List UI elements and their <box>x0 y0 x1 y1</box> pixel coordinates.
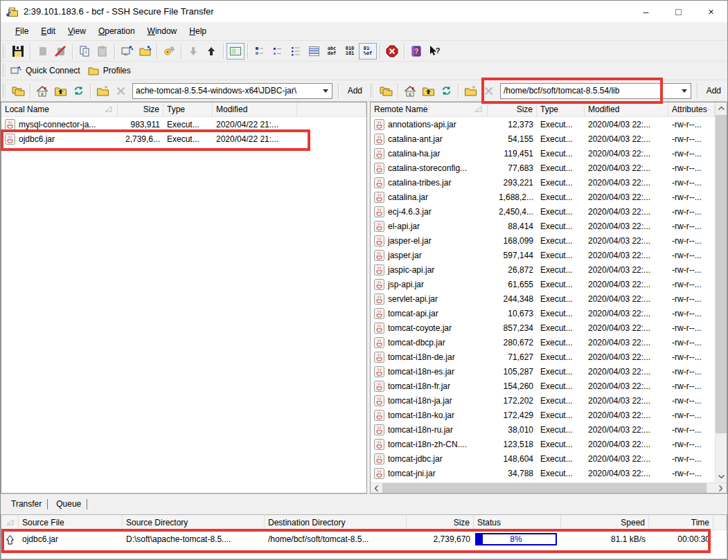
transfer-column-time[interactable]: Time <box>649 515 713 530</box>
remote-horizontal-scrollbar[interactable] <box>371 482 727 493</box>
remote-column-name[interactable]: Remote Name <box>371 102 488 116</box>
upload-button[interactable] <box>202 43 220 60</box>
local-file-row[interactable]: mysql-connector-ja... 983,911 Execut... … <box>1 117 366 132</box>
remote-file-row[interactable]: tomcat-i18n-fr.jar 154,260 Execut... 202… <box>371 379 715 393</box>
maximize-button[interactable]: □ <box>662 1 695 22</box>
disconnect-button[interactable] <box>51 43 69 60</box>
remote-column-modified[interactable]: Modified <box>585 102 668 116</box>
remote-path-input[interactable] <box>501 86 678 96</box>
local-new-folder-button[interactable] <box>94 82 112 99</box>
local-column-name[interactable]: Local Name <box>1 102 118 116</box>
paste-button[interactable] <box>94 43 112 60</box>
remote-file-row[interactable]: tomcat-i18n-zh-CN.... 123,518 Execut... … <box>371 437 715 451</box>
download-button[interactable] <box>184 43 202 60</box>
tab-transfer[interactable]: Transfer <box>6 496 47 512</box>
scrollbar-thumb[interactable] <box>716 115 727 433</box>
remote-column-type[interactable]: Type <box>537 102 585 116</box>
remote-file-row[interactable]: catalina-ha.jar 119,451 Execut... 2020/0… <box>371 146 715 161</box>
remote-home-button[interactable] <box>401 82 419 99</box>
minimize-button[interactable]: – <box>630 1 662 22</box>
local-path-dropdown-button[interactable] <box>319 84 332 98</box>
remote-file-row[interactable]: tomcat-dbcp.jar 280,672 Execut... 2020/0… <box>371 335 715 350</box>
local-up-directory-button[interactable] <box>51 82 69 99</box>
connect-button[interactable] <box>33 43 51 60</box>
connect-bar-gripper[interactable] <box>3 64 6 78</box>
remote-file-row[interactable]: jsp-api.jar 61,655 Execut... 2020/04/03 … <box>371 277 715 291</box>
remote-file-row[interactable]: tomcat-i18n-ru.jar 38,010 Execut... 2020… <box>371 422 715 437</box>
remote-file-row[interactable]: catalina-tribes.jar 293,221 Execut... 20… <box>371 175 715 190</box>
local-home-button[interactable] <box>33 82 51 99</box>
toolbar-gripper[interactable] <box>3 44 6 58</box>
local-delete-button[interactable] <box>112 82 130 99</box>
remote-delete-button[interactable] <box>479 82 497 99</box>
menu-help[interactable]: Help <box>183 24 213 39</box>
transfer-column-size[interactable]: Size <box>407 515 474 530</box>
remote-column-size[interactable]: Size <box>488 102 537 116</box>
transfer-sort-column[interactable] <box>1 515 19 530</box>
context-help-button[interactable]: ? <box>425 43 443 60</box>
remote-file-row[interactable]: tomcat-i18n-ko.jar 172,429 Execut... 202… <box>371 408 715 422</box>
local-column-modified[interactable]: Modified <box>213 102 297 116</box>
transfer-column-destination-directory[interactable]: Destination Directory <box>265 515 407 530</box>
remote-add-button[interactable]: Add <box>700 84 727 98</box>
remote-refresh-button[interactable] <box>437 82 455 99</box>
transfer-column-source-directory[interactable]: Source Directory <box>123 515 265 530</box>
remote-file-row[interactable]: jasper-el.jar 168,099 Execut... 2020/04/… <box>371 233 715 248</box>
details-view-button[interactable] <box>305 43 323 60</box>
quick-connect-button[interactable]: Quick Connect <box>9 66 87 76</box>
local-path-input[interactable] <box>133 86 319 96</box>
local-refresh-button[interactable] <box>69 82 87 99</box>
remote-vertical-scrollbar[interactable] <box>715 102 727 482</box>
remote-file-row[interactable]: tomcat-i18n-ja.jar 172,202 Execut... 202… <box>371 393 715 408</box>
profiles-toolbar-button[interactable] <box>136 43 154 60</box>
remote-file-row[interactable]: tomcat-api.jar 10,673 Execut... 2020/04/… <box>371 306 715 320</box>
local-path-gripper[interactable] <box>3 84 6 98</box>
remote-file-row[interactable]: tomcat-jni.jar 34,788 Execut... 2020/04/… <box>371 466 715 480</box>
remote-file-row[interactable]: ecj-4.6.3.jar 2,450,4... Execut... 2020/… <box>371 204 715 219</box>
transfer-row[interactable]: ojdbc6.jar D:\soft\apache-tomcat-8.5....… <box>1 530 727 548</box>
transfer-column-source-file[interactable]: Source File <box>19 515 123 530</box>
menu-file[interactable]: File <box>9 24 35 39</box>
remote-file-row[interactable]: el-api.jar 88,414 Execut... 2020/04/03 2… <box>371 219 715 233</box>
local-column-size[interactable]: Size <box>118 102 163 116</box>
remote-column-attributes[interactable]: Attributes <box>668 102 715 116</box>
remote-file-row[interactable]: tomcat-jdbc.jar 148,604 Execut... 2020/0… <box>371 451 715 466</box>
scroll-right-icon[interactable] <box>715 483 727 493</box>
quick-connect-toolbar-button[interactable] <box>118 43 136 60</box>
remote-path-gripper[interactable] <box>371 84 373 98</box>
save-button[interactable] <box>9 43 27 60</box>
window-layout-button[interactable] <box>227 43 245 60</box>
remote-up-directory-button[interactable] <box>419 82 437 99</box>
remote-file-row[interactable]: jasper.jar 597,144 Execut... 2020/04/03 … <box>371 248 715 262</box>
remote-file-row[interactable]: catalina.jar 1,688,2... Execut... 2020/0… <box>371 190 715 204</box>
remote-file-row[interactable]: tomcat-coyote.jar 857,234 Execut... 2020… <box>371 320 715 335</box>
remote-file-row[interactable]: tomcat-i18n-de.jar 71,627 Execut... 2020… <box>371 350 715 364</box>
help-button[interactable]: ? <box>407 43 425 60</box>
menu-view[interactable]: View <box>62 24 92 39</box>
remote-show-folders-button[interactable] <box>377 82 395 99</box>
menu-edit[interactable]: Edit <box>35 24 62 39</box>
close-button[interactable]: × <box>695 1 727 22</box>
transfer-column-status[interactable]: Status <box>474 515 561 530</box>
abort-button[interactable] <box>383 43 401 60</box>
remote-new-folder-button[interactable] <box>461 82 479 99</box>
local-file-row[interactable]: ojdbc6.jar 2,739,6... Execut... 2020/04/… <box>1 132 366 146</box>
remote-file-row[interactable]: annotations-api.jar 12,373 Execut... 202… <box>371 117 715 132</box>
transfer-column-speed[interactable]: Speed <box>561 515 649 530</box>
menu-operation[interactable]: Operation <box>92 24 141 39</box>
tab-queue[interactable]: Queue <box>51 496 87 512</box>
remote-file-row[interactable]: tomcat-i18n-es.jar 105,287 Execut... 202… <box>371 364 715 379</box>
scroll-down-icon[interactable] <box>716 471 727 482</box>
remote-file-row[interactable]: servlet-api.jar 244,348 Execut... 2020/0… <box>371 291 715 306</box>
binary-mode-button[interactable]: 010101 <box>341 43 359 60</box>
local-show-folders-button[interactable] <box>9 82 27 99</box>
settings-button[interactable] <box>160 43 178 60</box>
ascii-mode-button[interactable]: abcdef <box>323 43 341 60</box>
local-column-type[interactable]: Type <box>163 102 213 116</box>
remote-file-row[interactable]: catalina-storeconfig... 77,683 Execut...… <box>371 161 715 175</box>
remote-file-row[interactable]: catalina-ant.jar 54,155 Execut... 2020/0… <box>371 132 715 146</box>
small-icons-view-button[interactable] <box>269 43 287 60</box>
scrollbar-thumb[interactable] <box>382 483 707 493</box>
copy-button[interactable] <box>76 43 94 60</box>
list-view-button[interactable] <box>287 43 305 60</box>
